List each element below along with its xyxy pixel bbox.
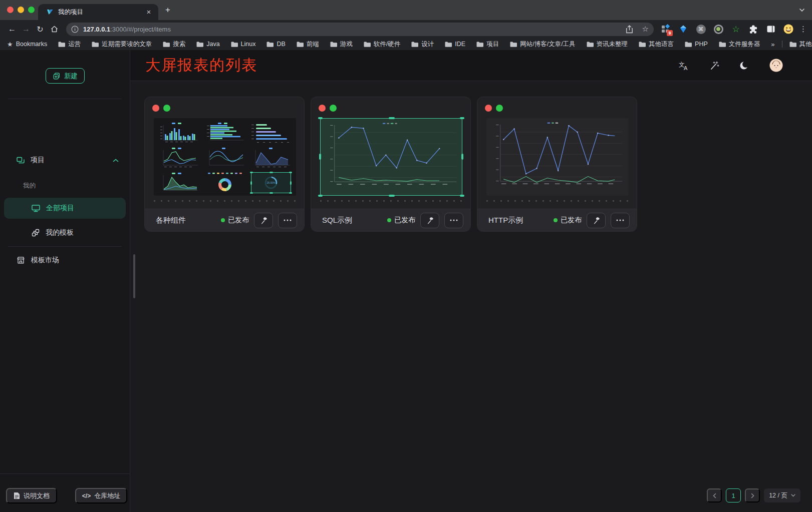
reload-icon[interactable]: ↻	[33, 22, 47, 36]
project-card[interactable]: 25.00% 各种组件 已发布	[144, 97, 305, 232]
bookmark-folder[interactable]: Java	[196, 40, 219, 49]
docs-button[interactable]: 说明文档	[6, 488, 57, 503]
bookmark-folder[interactable]: DB	[266, 40, 285, 49]
bookmark-star-icon[interactable]: ☆	[642, 25, 649, 34]
bookmark-folder[interactable]: 运营	[58, 40, 81, 49]
folder-icon	[196, 42, 203, 47]
folder-icon	[510, 42, 517, 47]
gauge-value: 25.00%	[267, 181, 276, 184]
page-size-select[interactable]: 12 / 页	[764, 488, 800, 502]
bookmark-folder-label: 运营	[68, 40, 81, 49]
bookmark-folder[interactable]: 设计	[411, 40, 434, 49]
folder-icon	[364, 42, 371, 47]
prev-page-button[interactable]	[707, 488, 722, 502]
edit-button[interactable]	[587, 213, 606, 228]
info-icon[interactable]	[71, 26, 79, 33]
card-name: SQL示例	[322, 216, 352, 225]
scrollbar-thumb[interactable]	[133, 254, 135, 298]
card-name: HTTP示例	[488, 216, 523, 225]
edit-button[interactable]	[254, 213, 273, 228]
bookmark-folder[interactable]: Linux	[231, 40, 256, 49]
bookmark-folder-label: PHP	[695, 41, 708, 48]
user-avatar[interactable]	[769, 59, 783, 72]
dark-mode-moon-icon[interactable]	[739, 61, 749, 71]
bookmark-folder-label: 资讯未整理	[597, 40, 628, 49]
language-icon[interactable]: 文 A	[678, 61, 689, 71]
bookmark-folder[interactable]: 搜索	[163, 40, 185, 49]
ellipsis-icon	[450, 219, 458, 221]
traffic-light-minimize[interactable]	[18, 7, 24, 13]
bookmark-folder-label: 近期需要读的文章	[102, 40, 152, 49]
app-root: 新建 项目 我的 全部项目	[0, 50, 812, 512]
sidebar-group-mine: 我的	[0, 178, 130, 193]
bookmark-folder[interactable]: 近期需要读的文章	[92, 40, 152, 49]
bookmarks-overflow-chevrons[interactable]: »	[771, 41, 774, 48]
browser-window: 我的项目 × + ← → ↻ 127.0.0.1:3000/#/project/…	[0, 0, 812, 512]
sidebar-item-all-projects-label: 全部项目	[46, 204, 74, 213]
next-page-button[interactable]	[745, 488, 760, 502]
side-panel-icon[interactable]	[766, 24, 776, 34]
project-preview-line	[486, 118, 629, 196]
bookmark-folder[interactable]: PHP	[685, 40, 708, 49]
project-card[interactable]: HTTP示例 已发布	[477, 97, 637, 232]
bookmark-folder[interactable]: IDE	[445, 40, 465, 49]
repo-button[interactable]: </> 仓库地址	[75, 488, 127, 503]
more-button[interactable]	[611, 213, 630, 228]
folder-icon	[639, 42, 646, 47]
extension-gem-icon[interactable]	[678, 24, 688, 34]
tab-search-chevron-icon[interactable]	[799, 8, 805, 12]
forward-icon[interactable]: →	[19, 22, 33, 36]
sidebar-divider	[8, 99, 122, 99]
bookmark-folder-label: Linux	[241, 41, 256, 48]
bookmark-folder[interactable]: 项目	[476, 40, 499, 49]
new-tab-button[interactable]: +	[165, 7, 170, 14]
status-label: 已发布	[394, 216, 415, 225]
url-host: 127.0.0.1	[83, 26, 110, 33]
bookmark-folder[interactable]: 前端	[297, 40, 319, 49]
extension-grid-icon[interactable]: 9	[661, 24, 671, 34]
sidebar-group-mine-label: 我的	[23, 182, 36, 190]
sidebar-section-project[interactable]: 项目	[0, 153, 130, 168]
extension-command-icon[interactable]: ⌘	[696, 24, 706, 34]
address-bar[interactable]: 127.0.0.1:3000/#/project/items ☆	[66, 23, 654, 36]
back-icon[interactable]: ←	[5, 22, 19, 36]
project-preview-widgets: 25.00%	[154, 118, 296, 196]
folder-icon	[297, 42, 304, 47]
extension-star-icon[interactable]: ☆	[731, 24, 741, 34]
main-panel: 大屏报表的列表 文 A	[130, 50, 812, 512]
hammer-icon	[592, 216, 601, 225]
traffic-light-close[interactable]	[7, 7, 14, 13]
magic-wand-icon[interactable]	[709, 61, 719, 71]
browser-tab[interactable]: 我的项目 ×	[38, 4, 158, 20]
project-card[interactable]: SQL示例 已发布	[311, 97, 471, 232]
bookmark-folder[interactable]: 游戏	[330, 40, 353, 49]
profile-avatar[interactable]	[783, 24, 793, 34]
tab-close-icon[interactable]: ×	[144, 8, 153, 17]
sidebar-item-all-projects[interactable]: 全部项目	[4, 198, 126, 219]
browser-menu-icon[interactable]: ⋮	[799, 25, 807, 34]
current-page-button[interactable]: 1	[726, 488, 741, 502]
home-icon[interactable]	[47, 22, 61, 36]
create-new-button[interactable]: 新建	[46, 68, 85, 84]
bookmark-folder[interactable]: 文件服务器	[719, 40, 760, 49]
edit-button[interactable]	[420, 213, 439, 228]
traffic-light-zoom[interactable]	[28, 7, 35, 13]
sidebar-item-my-templates[interactable]: 我的模板	[0, 225, 130, 240]
bookmarks-root[interactable]: ★ Bookmarks	[7, 41, 47, 48]
chevron-up-icon[interactable]	[113, 159, 119, 162]
share-icon[interactable]	[626, 25, 633, 34]
bookmark-folder[interactable]: 网站/博客/文章/工具	[510, 40, 575, 49]
bookmark-folder[interactable]: 资讯未整理	[587, 40, 628, 49]
sidebar-item-template-market-label: 模板市场	[31, 256, 59, 265]
extension-record-icon[interactable]	[713, 24, 723, 34]
bookmark-folder[interactable]: 软件/硬件	[364, 40, 400, 49]
more-button[interactable]	[444, 213, 463, 228]
bookmark-folder[interactable]: 其他语言	[639, 40, 674, 49]
sidebar-item-template-market[interactable]: 模板市场	[0, 253, 130, 268]
extensions-puzzle-icon[interactable]	[748, 24, 758, 34]
new-copy-plus-icon	[53, 72, 61, 80]
svg-text:A: A	[684, 65, 688, 71]
other-bookmarks-folder[interactable]: 其他书签	[789, 40, 812, 49]
selection-handle	[461, 154, 463, 160]
more-button[interactable]	[278, 213, 297, 228]
